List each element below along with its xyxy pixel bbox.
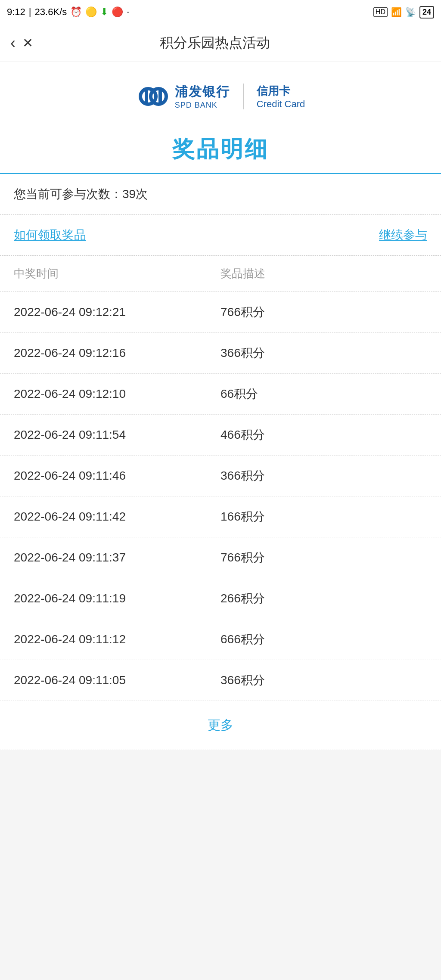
hd-label-1: HD: [373, 7, 388, 17]
emoji-icon-1: 🟡: [85, 6, 97, 18]
row-time-9: 2022-06-24 09:11:05: [14, 673, 220, 687]
row-desc-5: 166积分: [220, 509, 427, 525]
action-links-row: 如何领取奖品 继续参与: [0, 215, 441, 256]
credit-card-en: Credit Card: [257, 99, 305, 110]
table-row: 2022-06-24 09:12:21 766积分: [0, 292, 441, 333]
col-header-desc: 奖品描述: [220, 266, 427, 281]
row-desc-6: 766积分: [220, 549, 427, 566]
row-time-7: 2022-06-24 09:11:19: [14, 592, 220, 605]
row-desc-3: 466积分: [220, 427, 427, 443]
row-time-3: 2022-06-24 09:11:54: [14, 428, 220, 442]
table-row: 2022-06-24 09:11:37 766积分: [0, 537, 441, 578]
table-row: 2022-06-24 09:11:19 266积分: [0, 578, 441, 619]
bank-name-block: 浦发银行 SPD BANK: [175, 83, 230, 110]
table-header: 中奖时间 奖品描述: [0, 256, 441, 292]
page-title-nav: 积分乐园热点活动: [40, 34, 389, 53]
row-desc-0: 766积分: [220, 304, 427, 320]
credit-card-label: 信用卡 Credit Card: [257, 84, 305, 110]
emoji-icon-2: 🔴: [112, 6, 123, 18]
row-time-2: 2022-06-24 09:12:10: [14, 387, 220, 401]
row-time-6: 2022-06-24 09:11:37: [14, 551, 220, 564]
table-row: 2022-06-24 09:11:12 666积分: [0, 619, 441, 660]
status-left: 9:12 | 23.6K/s ⏰ 🟡 ⬇ 🔴 ·: [7, 6, 129, 18]
row-time-1: 2022-06-24 09:12:16: [14, 346, 220, 360]
bank-logo-left: 浦发银行 SPD BANK: [136, 79, 230, 114]
dot-icon: ·: [127, 6, 129, 18]
download-icon: ⬇: [100, 6, 108, 18]
close-button[interactable]: ✕: [22, 37, 33, 50]
table-row: 2022-06-24 09:12:16 366积分: [0, 333, 441, 374]
nav-bar: ‹ ✕ 积分乐园热点活动: [0, 24, 441, 62]
status-right: HD 📶 📡 24: [373, 6, 434, 19]
more-section[interactable]: 更多: [0, 701, 441, 750]
row-desc-1: 366积分: [220, 345, 427, 361]
bank-name-cn: 浦发银行: [175, 83, 230, 101]
row-desc-2: 66积分: [220, 386, 427, 402]
table-row: 2022-06-24 09:11:54 466积分: [0, 415, 441, 456]
table-row: 2022-06-24 09:11:46 366积分: [0, 456, 441, 496]
continue-participate-link[interactable]: 继续参与: [379, 227, 427, 243]
svg-rect-3: [158, 89, 162, 104]
status-bar: 9:12 | 23.6K/s ⏰ 🟡 ⬇ 🔴 · HD 📶 📡 24: [0, 0, 441, 24]
row-time-5: 2022-06-24 09:11:42: [14, 510, 220, 524]
svg-rect-1: [145, 89, 148, 104]
table-row: 2022-06-24 09:11:05 366积分: [0, 660, 441, 701]
more-link[interactable]: 更多: [208, 718, 233, 732]
battery-indicator: 24: [419, 6, 434, 19]
row-desc-8: 666积分: [220, 631, 427, 648]
row-desc-4: 366积分: [220, 468, 427, 484]
participation-section: 您当前可参与次数：39次: [0, 174, 441, 215]
alarm-icon: ⏰: [70, 6, 82, 18]
logo-divider: [243, 84, 244, 109]
row-time-0: 2022-06-24 09:12:21: [14, 305, 220, 319]
bank-logo-section: 浦发银行 SPD BANK 信用卡 Credit Card: [0, 62, 441, 127]
status-time: 9:12: [7, 6, 25, 18]
page-title: 奖品明细: [10, 134, 431, 164]
participation-count-text: 您当前可参与次数：39次: [14, 187, 148, 201]
wifi-icon: 📡: [405, 7, 416, 17]
table-row: 2022-06-24 09:12:10 66积分: [0, 374, 441, 415]
page-title-section: 奖品明细: [0, 127, 441, 174]
status-speed: 23.6K/s: [35, 6, 67, 18]
row-desc-7: 266积分: [220, 590, 427, 607]
credit-card-cn: 信用卡: [257, 84, 290, 99]
row-desc-9: 366积分: [220, 672, 427, 688]
bank-name-en: SPD BANK: [175, 101, 230, 110]
signal-icon: 📶: [391, 7, 402, 17]
bottom-area: www.xiabc8.com: [0, 750, 441, 980]
table-rows-container: 2022-06-24 09:12:21 766积分 2022-06-24 09:…: [0, 292, 441, 701]
col-header-time: 中奖时间: [14, 266, 220, 281]
row-time-8: 2022-06-24 09:11:12: [14, 633, 220, 646]
row-time-4: 2022-06-24 09:11:46: [14, 469, 220, 483]
spd-bank-logo-icon: [136, 79, 171, 114]
back-button[interactable]: ‹: [10, 35, 16, 51]
content-area: 浦发银行 SPD BANK 信用卡 Credit Card 奖品明细 您当前可参…: [0, 62, 441, 750]
table-row: 2022-06-24 09:11:42 166积分: [0, 496, 441, 537]
how-to-get-link[interactable]: 如何领取奖品: [14, 227, 86, 243]
status-separator: |: [29, 6, 31, 18]
